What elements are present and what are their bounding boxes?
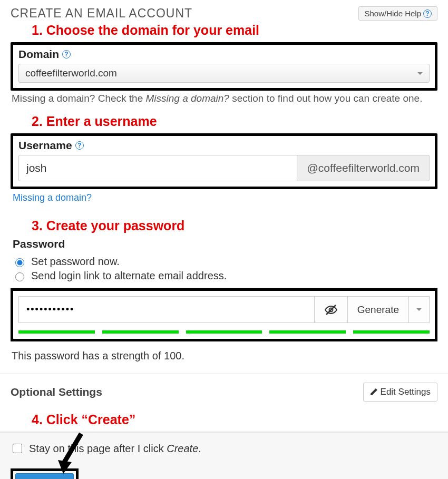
- stay-on-page-checkbox[interactable]: [13, 444, 22, 453]
- annotation-step3: 3. Create your password: [32, 218, 437, 233]
- username-input[interactable]: [18, 155, 297, 181]
- domain-select-value: coffeefilterworld.com: [25, 67, 117, 79]
- missing-domain-link[interactable]: Missing a domain?: [13, 192, 92, 203]
- generate-label: Generate: [357, 304, 399, 316]
- domain-field-box: Domain ? coffeefilterworld.com: [11, 42, 437, 91]
- help-button-label: Show/Hide Help: [364, 9, 421, 18]
- toggle-password-visibility-button[interactable]: [314, 296, 347, 323]
- radio-send-login-link-input[interactable]: [15, 272, 24, 281]
- edit-settings-button[interactable]: Edit Settings: [363, 383, 437, 402]
- password-input[interactable]: [18, 296, 314, 323]
- help-icon[interactable]: ?: [75, 141, 84, 150]
- stay-on-page-label: Stay on this page after I click Create.: [29, 443, 201, 455]
- radio-set-password-now-input[interactable]: [15, 258, 24, 267]
- create-button[interactable]: Create: [15, 473, 74, 479]
- username-label: Username: [18, 139, 72, 152]
- username-field-box: Username ? @coffeefilterworld.com: [11, 133, 437, 189]
- domain-select[interactable]: coffeefilterworld.com: [18, 64, 430, 83]
- chevron-down-icon: [417, 72, 423, 75]
- radio-set-password-now[interactable]: Set password now.: [13, 256, 437, 268]
- page-title: CREATE AN EMAIL ACCOUNT: [11, 6, 192, 21]
- chevron-down-icon: [416, 308, 422, 311]
- help-icon[interactable]: ?: [62, 50, 71, 58]
- help-icon: ?: [423, 9, 432, 18]
- annotation-step4: 4. Click “Create”: [32, 412, 437, 427]
- eye-off-icon: [324, 304, 338, 316]
- radio-alt-label: Send login link to alternate email addre…: [31, 270, 227, 282]
- radio-now-label: Set password now.: [31, 256, 120, 268]
- domain-label: Domain: [18, 48, 59, 61]
- password-field-box: Generate: [11, 288, 437, 341]
- username-domain-suffix: @coffeefilterworld.com: [297, 155, 430, 181]
- generate-dropdown-toggle[interactable]: [408, 296, 430, 323]
- domain-hint: Missing a domain? Check the Missing a do…: [12, 93, 436, 104]
- create-button-highlight: Create: [11, 468, 79, 479]
- optional-settings-heading: Optional Settings: [11, 386, 102, 398]
- annotation-step1: 1. Choose the domain for your email: [32, 23, 437, 38]
- password-label: Password: [13, 238, 437, 250]
- stay-on-page-row[interactable]: Stay on this page after I click Create.: [11, 442, 437, 455]
- generate-password-button[interactable]: Generate: [347, 296, 408, 323]
- edit-settings-label: Edit Settings: [381, 387, 431, 397]
- password-strength-text: This password has a strength of 100.: [12, 350, 436, 362]
- show-hide-help-button[interactable]: Show/Hide Help ?: [358, 6, 437, 21]
- radio-send-login-link[interactable]: Send login link to alternate email addre…: [13, 270, 437, 282]
- password-strength-meter: [18, 330, 430, 334]
- pencil-icon: [370, 388, 377, 396]
- annotation-step2: 2. Enter a username: [32, 114, 437, 129]
